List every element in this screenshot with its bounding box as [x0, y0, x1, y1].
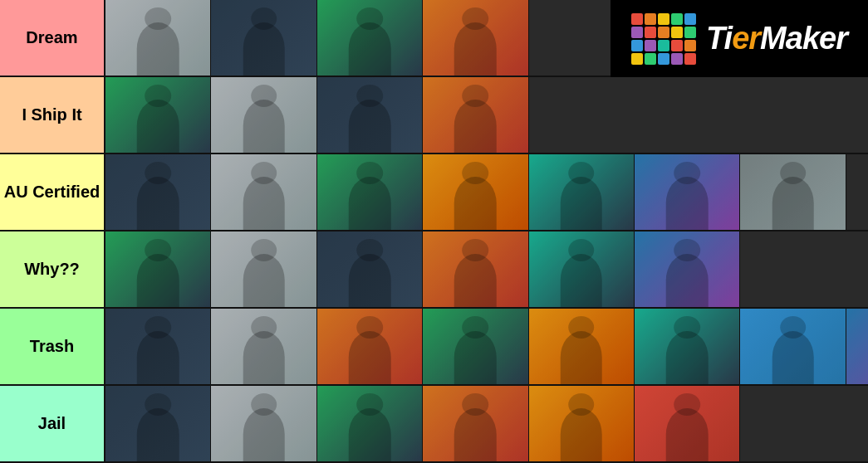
tier-item[interactable]	[317, 154, 423, 230]
tier-items-why[interactable]	[104, 232, 868, 307]
tier-item[interactable]	[423, 154, 528, 230]
tiermaker-logo: TierMaker	[611, 0, 868, 77]
tier-item[interactable]	[211, 0, 316, 76]
tier-label-jail: Jail	[0, 386, 104, 461]
tier-item[interactable]	[529, 154, 635, 230]
logo-cell	[645, 13, 656, 25]
tier-item[interactable]	[105, 77, 211, 153]
logo-cell	[684, 27, 696, 38]
tier-item[interactable]	[423, 232, 528, 307]
tier-label-why: Why??	[0, 232, 104, 307]
tier-item[interactable]	[423, 309, 528, 384]
logo-cell	[658, 13, 669, 25]
logo-cell	[684, 13, 696, 25]
tier-items-i-ship-it[interactable]	[104, 77, 868, 153]
logo-cell	[684, 53, 696, 65]
logo-cell	[658, 40, 669, 51]
tier-item[interactable]	[317, 0, 423, 76]
logo-cell	[671, 27, 683, 38]
tier-item[interactable]	[635, 386, 740, 461]
tier-item[interactable]	[740, 154, 846, 230]
tier-row-au-certified: AU Certified	[0, 154, 868, 232]
logo-text: TierMaker	[706, 21, 847, 56]
tier-item[interactable]	[211, 309, 316, 384]
tier-item[interactable]	[529, 309, 635, 384]
logo-cell	[658, 53, 669, 65]
tier-item[interactable]	[211, 77, 316, 153]
tier-item[interactable]	[211, 386, 316, 461]
logo-cell	[631, 40, 643, 51]
logo-cell	[671, 13, 683, 25]
tier-label-i-ship-it: I Ship It	[0, 77, 104, 153]
logo-cell	[645, 27, 656, 38]
tier-label-dream: Dream	[0, 0, 104, 76]
tier-item[interactable]	[635, 154, 740, 230]
tier-item[interactable]	[317, 77, 423, 153]
tier-items-trash[interactable]	[104, 309, 868, 384]
tier-item[interactable]	[211, 154, 316, 230]
logo-cell	[658, 27, 669, 38]
tier-row-why: Why??	[0, 232, 868, 309]
logo-cell	[631, 53, 643, 65]
tier-items-jail[interactable]	[104, 386, 868, 461]
tier-item[interactable]	[740, 309, 846, 384]
tier-item[interactable]	[635, 309, 740, 384]
logo-grid	[631, 13, 696, 65]
tier-label-trash: Trash	[0, 309, 104, 384]
tier-item[interactable]	[317, 232, 423, 307]
tier-item[interactable]	[423, 0, 528, 76]
tier-row-i-ship-it: I Ship It	[0, 77, 868, 154]
logo-cell	[684, 40, 696, 51]
tier-item[interactable]	[105, 0, 211, 76]
tier-item[interactable]	[423, 77, 528, 153]
tier-item[interactable]	[105, 309, 211, 384]
tier-row-trash: Trash	[0, 309, 868, 386]
logo-cell	[671, 53, 683, 65]
tier-item[interactable]	[105, 232, 211, 307]
tier-item[interactable]	[317, 309, 423, 384]
tier-item[interactable]	[529, 232, 635, 307]
logo-cell	[645, 53, 656, 65]
logo-cell	[631, 27, 643, 38]
logo-cell	[631, 13, 643, 25]
tier-label-au-certified: AU Certified	[0, 154, 104, 230]
tier-item[interactable]	[317, 386, 423, 461]
logo-cell	[671, 40, 683, 51]
tier-item[interactable]	[105, 154, 211, 230]
tier-item[interactable]	[423, 386, 528, 461]
logo-cell	[645, 40, 656, 51]
tier-row-jail: Jail	[0, 386, 868, 463]
tier-item[interactable]	[105, 386, 211, 461]
tier-item[interactable]	[529, 386, 635, 461]
tier-item[interactable]	[846, 309, 868, 384]
tier-items-au-certified[interactable]	[104, 154, 868, 230]
tier-item[interactable]	[635, 232, 740, 307]
tier-item[interactable]	[211, 232, 316, 307]
